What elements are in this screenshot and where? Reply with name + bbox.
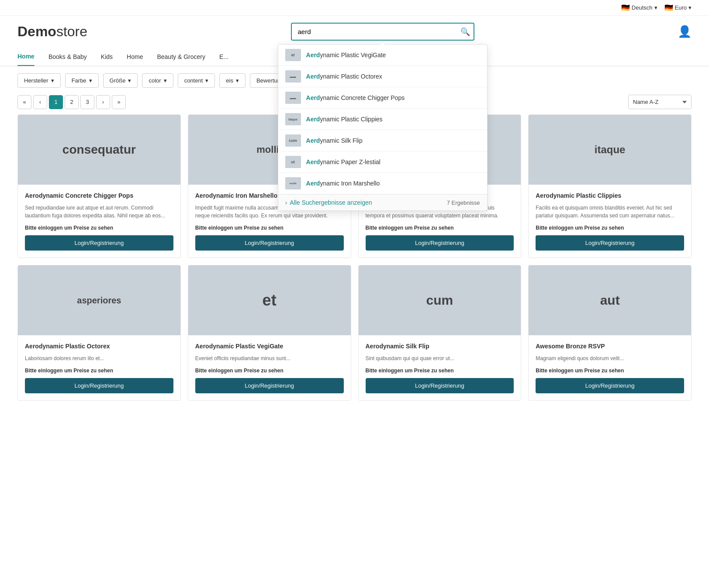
top-bar: 🇩🇪 Deutsch ▾ 🇩🇪 Euro ▾ (0, 0, 709, 16)
product-img-5: et (188, 265, 351, 335)
page-next[interactable]: › (96, 95, 110, 109)
product-price-note-0: Bitte einloggen um Preise zu sehen (25, 225, 173, 231)
logo-light: store (56, 24, 87, 39)
dropdown-item-6[interactable]: mollit Aerdynamic Iron Marshello (278, 173, 487, 194)
page-first[interactable]: « (17, 95, 31, 109)
currency-label: Euro (675, 4, 687, 11)
filter-hersteller[interactable]: Hersteller ▾ (17, 73, 61, 88)
logo-bold: Demo (17, 24, 56, 39)
product-desc-5: Eveniet officiis repudiandae minus sunt.… (195, 354, 344, 362)
product-img-7: aut (529, 265, 691, 335)
dropdown-item-0[interactable]: et Aerdynamic Plastic VegiGate (278, 45, 487, 66)
filter-chevron-icon: ▾ (51, 77, 54, 84)
dropdown-thumb-1: ▬▬ (285, 70, 301, 83)
product-name-4: Aerodynamic Plastic Octorex (25, 342, 173, 350)
filter-content-chevron: ▾ (205, 77, 208, 84)
login-btn-7[interactable]: Login/Registrierung (536, 378, 684, 393)
logo[interactable]: Demostore (17, 24, 87, 40)
page-prev[interactable]: ‹ (33, 95, 47, 109)
product-card-7: aut Awesome Bronze RSVP Magnam eligendi … (528, 265, 692, 401)
login-btn-5[interactable]: Login/Registrierung (195, 378, 344, 393)
product-desc-0: Sed repudiandae iure aut atque et aut re… (25, 204, 173, 220)
login-btn-0[interactable]: Login/Registrierung (25, 235, 173, 251)
product-desc-7: Magnam eligendi quos dolorum velit... (536, 354, 684, 362)
dropdown-thumb-5: ut (285, 156, 301, 168)
page-last[interactable]: » (112, 95, 126, 109)
currency-selector[interactable]: 🇩🇪 Euro ▾ (664, 3, 692, 12)
pagination: « ‹ 1 2 3 › » (17, 95, 126, 109)
product-name-5: Aerodynamic Plastic VegiGate (195, 342, 344, 350)
dropdown-name-0: Aerdynamic Plastic VegiGate (306, 52, 386, 58)
dropdown-thumb-4: cum (285, 134, 301, 147)
filter-content[interactable]: content ▾ (178, 73, 215, 88)
dropdown-item-4[interactable]: cum Aerdynamic Silk Flip (278, 130, 487, 151)
nav-item-beauty-grocery[interactable]: Beauty & Grocery (157, 48, 205, 65)
dropdown-footer-left: › Alle Suchergebnisse anzeigen (285, 199, 372, 206)
product-img-6: cum (359, 265, 521, 335)
product-img-4: asperiores (18, 265, 180, 335)
nav-item-kids[interactable]: Kids (101, 48, 113, 65)
lang-chevron-icon: ▾ (654, 4, 657, 11)
login-btn-6[interactable]: Login/Registrierung (366, 378, 514, 393)
product-desc-6: Sint quibusdam qui qui quae error ut... (366, 354, 514, 362)
login-btn-2[interactable]: Login/Registrierung (366, 235, 514, 251)
search-button[interactable]: 🔍 (460, 27, 470, 37)
page-2[interactable]: 2 (65, 95, 79, 109)
language-label: Deutsch (632, 4, 653, 11)
filter-color-chevron: ▾ (164, 77, 167, 84)
dropdown-name-5: Aerdynamic Paper Z-lestial (306, 158, 380, 165)
product-price-note-5: Bitte einloggen um Preise zu sehen (195, 368, 344, 374)
dropdown-thumb-0: et (285, 49, 301, 61)
dropdown-thumb-2: ▬▬ (285, 92, 301, 104)
dropdown-name-1: Aerdynamic Plastic Octorex (306, 73, 382, 80)
product-price-note-6: Bitte einloggen um Preise zu sehen (366, 368, 514, 374)
product-card-5: et Aerodynamic Plastic VegiGate Eveniet … (188, 265, 351, 401)
login-btn-4[interactable]: Login/Registrierung (25, 378, 173, 393)
product-name-6: Aerodynamic Silk Flip (366, 342, 514, 350)
dropdown-item-2[interactable]: ▬▬ Aerdynamic Concrete Chigger Pops (278, 87, 487, 109)
filter-color[interactable]: color ▾ (142, 73, 173, 88)
product-img-3: itaque (529, 115, 691, 185)
filter-groesse-chevron: ▾ (128, 77, 131, 84)
dropdown-thumb-6: mollit (285, 177, 301, 189)
nav-item-more[interactable]: E... (219, 48, 228, 65)
dropdown-show-all[interactable]: › Alle Suchergebnisse anzeigen 7 Ergebni… (278, 194, 487, 210)
dropdown-item-1[interactable]: ▬▬ Aerdynamic Plastic Octorex (278, 66, 487, 87)
nav-item-books-baby[interactable]: Books & Baby (48, 48, 87, 65)
product-name-3: Aerodynamic Plastic Clippies (536, 192, 684, 199)
result-count: 7 Ergebnisse (447, 199, 480, 206)
nav-item-home[interactable]: Home (17, 48, 35, 66)
header: Demostore 🔍 et Aerdynamic Plastic VegiGa… (0, 16, 709, 48)
search-input[interactable] (291, 23, 474, 41)
product-desc-4: Laboriosam dolores rerum illo et... (25, 354, 173, 362)
page-1[interactable]: 1 (49, 95, 63, 109)
login-btn-3[interactable]: Login/Registrierung (536, 235, 684, 251)
dropdown-name-2: Aerdynamic Concrete Chigger Pops (306, 94, 405, 101)
page-3[interactable]: 3 (80, 95, 94, 109)
de-flag-currency: 🇩🇪 (664, 3, 673, 12)
product-price-note-7: Bitte einloggen um Preise zu sehen (536, 368, 684, 374)
product-price-note-2: Bitte einloggen um Preise zu sehen (366, 225, 514, 231)
login-btn-1[interactable]: Login/Registrierung (195, 235, 344, 251)
product-img-0: consequatur (18, 115, 180, 185)
filter-farbe[interactable]: Farbe ▾ (65, 73, 99, 88)
product-name-7: Awesome Bronze RSVP (536, 342, 684, 350)
product-price-note-3: Bitte einloggen um Preise zu sehen (536, 225, 684, 231)
filter-eis[interactable]: eis ▾ (219, 73, 246, 88)
search-dropdown: et Aerdynamic Plastic VegiGate ▬▬ Aerdyn… (278, 44, 488, 211)
language-selector[interactable]: 🇩🇪 Deutsch ▾ (621, 3, 657, 12)
filter-eis-chevron: ▾ (236, 77, 239, 84)
search-wrapper: 🔍 et Aerdynamic Plastic VegiGate ▬▬ Aerd… (291, 23, 474, 41)
dropdown-item-3[interactable]: itaque Aerdynamic Plastic Clippies (278, 109, 487, 130)
show-all-label: Alle Suchergebnisse anzeigen (290, 199, 372, 206)
sort-select[interactable]: Name A-Z Name Z-A Preis aufsteigend Prei… (628, 95, 692, 109)
filter-groesse[interactable]: Größe ▾ (103, 73, 138, 88)
product-price-note-4: Bitte einloggen um Preise zu sehen (25, 368, 173, 374)
product-card-0: consequatur Aerodynamic Concrete Chigger… (17, 114, 181, 258)
user-icon[interactable]: 👤 (678, 25, 692, 38)
product-name-0: Aerodynamic Concrete Chigger Pops (25, 192, 173, 199)
dropdown-item-5[interactable]: ut Aerdynamic Paper Z-lestial (278, 151, 487, 173)
nav-item-home2[interactable]: Home (127, 48, 143, 65)
product-price-note-1: Bitte einloggen um Preise zu sehen (195, 225, 344, 231)
filter-farbe-chevron: ▾ (89, 77, 92, 84)
